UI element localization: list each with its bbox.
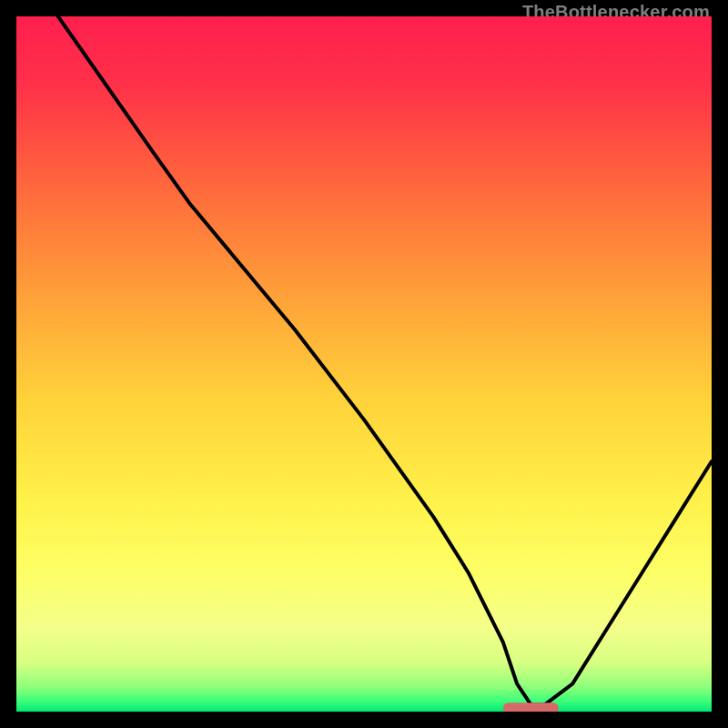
optimal-range-marker bbox=[503, 703, 559, 712]
gradient-background bbox=[16, 16, 712, 712]
bottleneck-chart bbox=[16, 16, 712, 712]
chart-frame bbox=[16, 16, 712, 712]
